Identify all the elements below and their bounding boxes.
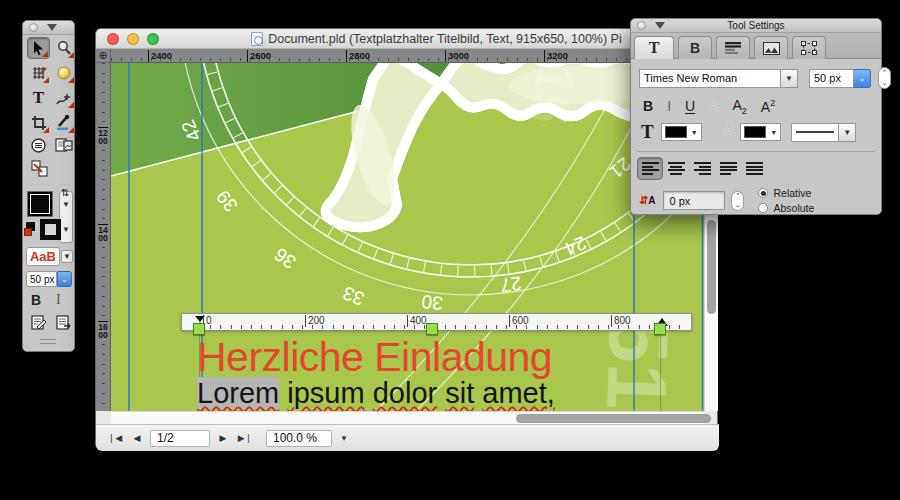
horizontal-scroll-thumb[interactable] [516, 414, 711, 423]
close-button[interactable] [107, 33, 119, 45]
stroke-color-swatch[interactable] [40, 219, 61, 240]
v-ruler-label: 1400 [98, 224, 108, 242]
palette-close-icon[interactable] [29, 23, 38, 32]
palette-resize-grip[interactable] [40, 339, 56, 344]
absolute-label: Absolute [773, 202, 814, 214]
window-titlebar[interactable]: Document.pld (Textplatzhalter Titelbild,… [96, 29, 717, 49]
zoom-level-field[interactable]: 100.0 % [266, 430, 332, 447]
font-family-select[interactable]: Times New Roman [639, 69, 781, 88]
tool-settings-titlebar[interactable]: Tool Settings [631, 19, 881, 33]
crop-tool[interactable] [27, 112, 50, 134]
tab-bold-char[interactable]: B [678, 36, 712, 59]
text-flow-tool[interactable] [27, 134, 50, 156]
fill-color-swatch[interactable] [27, 191, 53, 217]
stepper-up-icon[interactable]: ⌃ [735, 192, 741, 200]
tab-transform[interactable] [792, 36, 826, 59]
vertical-ruler[interactable]: 1200140016001800 [96, 63, 111, 411]
palette-collapse-icon[interactable] [655, 22, 665, 29]
font-size-field[interactable]: 50 px [26, 271, 57, 287]
horizontal-scrollbar[interactable] [111, 411, 704, 424]
line-style-dropdown-icon[interactable]: ▼ [839, 123, 856, 142]
page-number-field[interactable]: 1/2 [150, 430, 210, 447]
page-edit-icon [30, 314, 47, 331]
palette-collapse-icon[interactable] [47, 24, 57, 31]
italic-button[interactable]: I [56, 292, 61, 308]
outline-style-button[interactable]: A [709, 98, 718, 114]
canvas[interactable]: 15 51 4239363330272421 0200400600800 Her… [111, 63, 704, 411]
arrows-glyph: ⇵ [639, 194, 648, 206]
font-size-dropdown-icon[interactable]: ⌄ [854, 69, 871, 88]
bold-button[interactable]: B [643, 98, 653, 114]
tab-text[interactable]: T [634, 36, 674, 59]
next-page-button[interactable]: ▶ [214, 430, 232, 446]
text-tool[interactable]: T [27, 87, 50, 109]
character-style-button[interactable]: AaB [26, 247, 60, 266]
text-color-picker[interactable]: ▼ [661, 123, 702, 141]
select-tool[interactable] [27, 37, 50, 59]
horizontal-ruler[interactable]: 24002600280030003200 [96, 49, 719, 63]
tab-paragraph[interactable] [716, 36, 750, 59]
subscript-button[interactable]: A2 [732, 97, 746, 116]
zoom-tool[interactable] [52, 37, 75, 59]
stroke-dropdown-icon[interactable]: ▼ [62, 226, 70, 234]
italic-button[interactable]: I [667, 98, 671, 114]
body-word[interactable]: Lorem [197, 377, 279, 409]
zoom-dropdown-icon[interactable]: ▼ [336, 430, 352, 446]
body-word[interactable]: dolor [373, 377, 438, 409]
mini-stroke-swatch[interactable] [24, 228, 32, 236]
stepper-down-icon[interactable]: ⌄ [882, 79, 888, 87]
align-center-button[interactable] [663, 157, 689, 180]
edit-text-button[interactable] [27, 311, 50, 333]
baseline-shift-field[interactable]: 0 px [663, 191, 725, 210]
text-color-glyph: T [641, 121, 654, 143]
absolute-radio-row[interactable]: Absolute [758, 202, 814, 214]
superscript-button[interactable]: A2 [761, 98, 775, 115]
body-word[interactable]: ipsum [287, 377, 364, 409]
ruler-origin-button[interactable]: ⊕ [96, 49, 111, 63]
mesh-tool[interactable] [27, 62, 50, 84]
vertical-scroll-thumb[interactable] [707, 220, 716, 314]
frame-content-tool[interactable] [52, 134, 75, 156]
swap-colors-icon[interactable]: ⇄ [60, 188, 71, 196]
previous-page-button[interactable]: ◀ [128, 430, 146, 446]
palette-close-icon[interactable] [637, 21, 646, 30]
font-family-dropdown-icon[interactable]: ▼ [781, 69, 798, 88]
font-size-dropdown[interactable]: ⌄ [57, 271, 72, 287]
body-word[interactable]: sit [445, 377, 474, 409]
stepper-down-icon[interactable]: ⌄ [735, 201, 741, 209]
tools-palette: T [22, 20, 75, 352]
outline-color-swatch [744, 126, 766, 138]
bold-button[interactable]: B [31, 292, 41, 308]
selection-handle[interactable] [654, 323, 666, 335]
font-size-stepper[interactable]: ⌃ ⌄ [878, 67, 891, 89]
zoom-button[interactable] [147, 33, 159, 45]
absolute-radio[interactable] [758, 203, 768, 213]
gradient-tool[interactable] [52, 62, 75, 84]
justify-button[interactable] [715, 157, 741, 180]
last-page-button[interactable]: ▶❘ [236, 430, 254, 446]
font-size-select[interactable]: 50 px [809, 69, 854, 88]
minimize-button[interactable] [127, 33, 139, 45]
eyedropper-tool[interactable] [52, 112, 75, 134]
headline-text[interactable]: Herzliche Einladung [197, 334, 552, 381]
tools-palette-titlebar[interactable] [23, 21, 74, 35]
tab-image[interactable] [754, 36, 788, 59]
path-tool[interactable] [52, 87, 75, 109]
link-frame-tool[interactable] [27, 157, 50, 179]
body-placeholder-text[interactable]: Lorem ipsum dolor sit amet, [197, 377, 555, 410]
first-page-button[interactable]: ❘◀ [106, 430, 124, 446]
outline-color-picker[interactable]: ▼ [740, 123, 781, 141]
relative-radio[interactable] [758, 188, 768, 198]
relative-radio-row[interactable]: Relative [758, 187, 814, 199]
fill-dropdown-icon[interactable]: ▼ [62, 201, 70, 209]
line-style-select[interactable] [791, 123, 839, 142]
justify-all-button[interactable] [741, 157, 767, 180]
align-left-button[interactable] [637, 157, 663, 180]
underline-button[interactable]: U [685, 98, 695, 114]
baseline-stepper[interactable]: ⌃ ⌄ [731, 191, 744, 211]
align-right-button[interactable] [689, 157, 715, 180]
body-word[interactable]: amet, [482, 377, 555, 409]
character-style-dropdown-icon[interactable]: ▼ [61, 250, 73, 263]
export-text-button[interactable] [52, 311, 75, 333]
stepper-up-icon[interactable]: ⌃ [882, 69, 888, 77]
